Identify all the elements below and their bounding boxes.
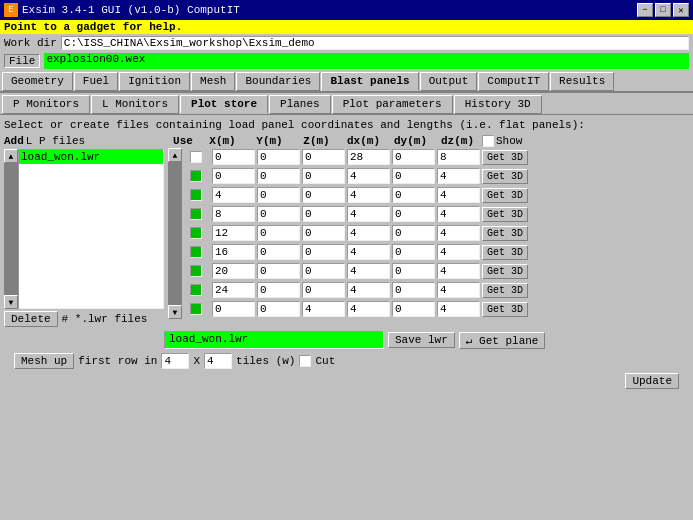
row-dy-input[interactable] xyxy=(392,187,435,203)
workdir-value[interactable]: C:\ISS_CHINA\Exsim_workshop\Exsim_demo xyxy=(61,36,689,50)
subtab-plot-store[interactable]: Plot store xyxy=(180,95,268,114)
row-dz-input[interactable] xyxy=(437,263,480,279)
row-z-input[interactable] xyxy=(302,263,345,279)
minimize-button[interactable]: − xyxy=(637,3,653,17)
tab-mesh[interactable]: Mesh xyxy=(191,72,235,91)
row-dy-input[interactable] xyxy=(392,244,435,260)
row-checkbox[interactable] xyxy=(190,265,202,277)
row-y-input[interactable] xyxy=(257,187,300,203)
row-y-input[interactable] xyxy=(257,244,300,260)
row-z-input[interactable] xyxy=(302,206,345,222)
get-3d-button[interactable]: Get 3D xyxy=(482,226,528,241)
list-scroll-down[interactable]: ▼ xyxy=(4,295,18,309)
get-3d-button[interactable]: Get 3D xyxy=(482,264,528,279)
row-z-input[interactable] xyxy=(302,187,345,203)
row-dz-input[interactable] xyxy=(437,244,480,260)
row-y-input[interactable] xyxy=(257,149,300,165)
lwr-files-list[interactable]: load_won.lwr xyxy=(18,149,164,309)
list-scroll-up[interactable]: ▲ xyxy=(4,149,18,163)
row-dx-input[interactable] xyxy=(347,282,390,298)
tab-results[interactable]: Results xyxy=(550,72,614,91)
row-z-input[interactable] xyxy=(302,168,345,184)
row-dx-input[interactable] xyxy=(347,168,390,184)
row-dx-input[interactable] xyxy=(347,206,390,222)
cut-checkbox[interactable] xyxy=(299,355,311,367)
row-dz-input[interactable] xyxy=(437,149,480,165)
row-x-input[interactable] xyxy=(212,187,255,203)
row-checkbox[interactable] xyxy=(190,189,202,201)
first-row-x-input[interactable] xyxy=(161,353,189,369)
get-3d-button[interactable]: Get 3D xyxy=(482,207,528,222)
subtab-plot-parameters[interactable]: Plot parameters xyxy=(332,95,453,114)
list-item[interactable]: load_won.lwr xyxy=(19,150,163,164)
row-x-input[interactable] xyxy=(212,206,255,222)
row-z-input[interactable] xyxy=(302,225,345,241)
row-dz-input[interactable] xyxy=(437,187,480,203)
row-x-input[interactable] xyxy=(212,168,255,184)
row-z-input[interactable] xyxy=(302,282,345,298)
row-dx-input[interactable] xyxy=(347,149,390,165)
row-x-input[interactable] xyxy=(212,149,255,165)
maximize-button[interactable]: □ xyxy=(655,3,671,17)
row-checkbox[interactable] xyxy=(190,227,202,239)
tab-fuel[interactable]: Fuel xyxy=(74,72,118,91)
get-3d-button[interactable]: Get 3D xyxy=(482,150,528,165)
title-controls[interactable]: − □ ✕ xyxy=(637,3,689,17)
row-checkbox[interactable] xyxy=(190,151,202,163)
subtab-l-monitors[interactable]: L Monitors xyxy=(91,95,179,114)
tab-ignition[interactable]: Ignition xyxy=(119,72,190,91)
row-dy-input[interactable] xyxy=(392,206,435,222)
row-dx-input[interactable] xyxy=(347,263,390,279)
row-dz-input[interactable] xyxy=(437,168,480,184)
row-dz-input[interactable] xyxy=(437,225,480,241)
row-dx-input[interactable] xyxy=(347,225,390,241)
grid-scroll-up[interactable]: ▲ xyxy=(168,148,182,162)
subtab-history-3d[interactable]: History 3D xyxy=(454,95,542,114)
row-dy-input[interactable] xyxy=(392,149,435,165)
row-dy-input[interactable] xyxy=(392,225,435,241)
get-3d-button[interactable]: Get 3D xyxy=(482,188,528,203)
row-x-input[interactable] xyxy=(212,301,255,317)
save-lwr-button[interactable]: Save lwr xyxy=(388,332,455,348)
row-x-input[interactable] xyxy=(212,263,255,279)
row-z-input[interactable] xyxy=(302,149,345,165)
get-3d-button[interactable]: Get 3D xyxy=(482,245,528,260)
file-menu[interactable]: File xyxy=(4,54,40,68)
row-dy-input[interactable] xyxy=(392,282,435,298)
row-checkbox[interactable] xyxy=(190,303,202,315)
delete-button[interactable]: Delete xyxy=(4,311,58,327)
row-dy-input[interactable] xyxy=(392,263,435,279)
get-3d-button[interactable]: Get 3D xyxy=(482,283,528,298)
row-x-input[interactable] xyxy=(212,244,255,260)
row-y-input[interactable] xyxy=(257,168,300,184)
row-checkbox[interactable] xyxy=(190,246,202,258)
tab-blast-panels[interactable]: Blast panels xyxy=(321,72,418,91)
row-dy-input[interactable] xyxy=(392,168,435,184)
tab-computit[interactable]: ComputIT xyxy=(478,72,549,91)
subtab-p-monitors[interactable]: P Monitors xyxy=(2,95,90,114)
row-z-input[interactable] xyxy=(302,301,345,317)
lwr-filename-input[interactable]: load_won.lwr xyxy=(164,331,384,349)
row-y-input[interactable] xyxy=(257,263,300,279)
get-plane-button[interactable]: ↵ Get plane xyxy=(459,332,546,349)
mesh-up-button[interactable]: Mesh up xyxy=(14,353,74,369)
tab-boundaries[interactable]: Boundaries xyxy=(236,72,320,91)
subtab-planes[interactable]: Planes xyxy=(269,95,331,114)
row-y-input[interactable] xyxy=(257,206,300,222)
row-dz-input[interactable] xyxy=(437,282,480,298)
get-3d-button[interactable]: Get 3D xyxy=(482,302,528,317)
row-dz-input[interactable] xyxy=(437,206,480,222)
close-button[interactable]: ✕ xyxy=(673,3,689,17)
show-checkbox-header[interactable] xyxy=(482,135,494,147)
row-y-input[interactable] xyxy=(257,282,300,298)
row-dx-input[interactable] xyxy=(347,244,390,260)
row-dx-input[interactable] xyxy=(347,187,390,203)
row-dz-input[interactable] xyxy=(437,301,480,317)
row-dy-input[interactable] xyxy=(392,301,435,317)
row-checkbox[interactable] xyxy=(190,208,202,220)
row-x-input[interactable] xyxy=(212,282,255,298)
get-3d-button[interactable]: Get 3D xyxy=(482,169,528,184)
update-button[interactable]: Update xyxy=(625,373,679,389)
row-z-input[interactable] xyxy=(302,244,345,260)
row-checkbox[interactable] xyxy=(190,170,202,182)
